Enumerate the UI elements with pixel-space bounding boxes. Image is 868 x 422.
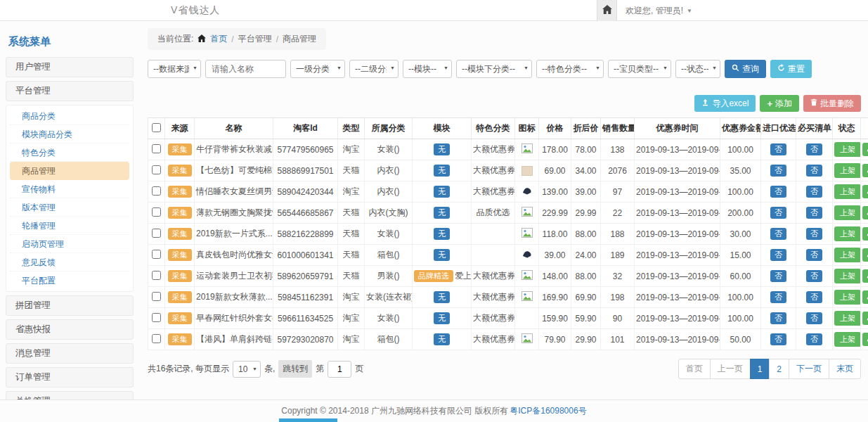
must-buy-badge[interactable]: 否 [806, 270, 822, 283]
row-checkbox[interactable] [152, 165, 161, 174]
edit-button[interactable] [862, 206, 868, 219]
sidebar-group[interactable]: 省惠快报 [6, 319, 134, 340]
must-buy-badge[interactable]: 否 [806, 228, 822, 241]
must-buy-badge[interactable]: 否 [806, 186, 822, 198]
row-checkbox[interactable] [152, 250, 161, 259]
jump-page-input[interactable] [328, 361, 351, 378]
sidebar-item[interactable]: 意见反馈 [10, 253, 129, 271]
row-checkbox[interactable] [152, 271, 161, 280]
sidebar-item[interactable]: 商品管理 [10, 162, 129, 180]
sidebar-group[interactable]: 拼团管理 [6, 295, 134, 316]
filter-level2-category[interactable]: --二级分类-- [349, 60, 399, 78]
import-select-badge[interactable]: 否 [770, 270, 786, 283]
edit-button[interactable] [862, 333, 868, 346]
row-checkbox[interactable] [152, 229, 161, 238]
status-button[interactable]: 上架 [834, 332, 861, 347]
edit-button[interactable] [862, 269, 868, 283]
row-checkbox[interactable] [152, 144, 161, 153]
sidebar-item[interactable]: 特色分类 [10, 143, 129, 162]
edit-button[interactable] [862, 164, 868, 177]
must-buy-badge[interactable]: 否 [806, 312, 822, 325]
column-header: 特色分类 [472, 118, 515, 139]
page-button-首页[interactable]: 首页 [678, 359, 711, 379]
batch-delete-button[interactable]: 批量删除 [803, 95, 861, 112]
status-button[interactable]: 上架 [834, 248, 861, 262]
row-checkbox[interactable] [152, 313, 161, 322]
edit-button[interactable] [862, 227, 868, 241]
breadcrumb-home-link[interactable]: 首页 [210, 33, 227, 45]
filter-status[interactable]: --状态-- [675, 60, 720, 78]
sidebar-item[interactable]: 平台配置 [10, 271, 129, 290]
row-checkbox[interactable] [152, 292, 161, 301]
page-button-下一页[interactable]: 下一页 [789, 359, 829, 379]
status-button[interactable]: 上架 [834, 269, 861, 283]
page-button-1[interactable]: 1 [750, 359, 770, 379]
page-button-上一页[interactable]: 上一页 [710, 359, 751, 379]
status-button[interactable]: 上架 [834, 290, 861, 305]
filter-data-source[interactable]: --数据来源-- [148, 60, 201, 78]
row-checkbox[interactable] [152, 186, 161, 196]
home-button[interactable] [597, 0, 617, 21]
must-buy-badge[interactable]: 否 [806, 333, 822, 346]
import-select-badge[interactable]: 否 [770, 143, 786, 156]
import-select-badge[interactable]: 否 [770, 186, 786, 198]
filter-module-subcategory[interactable]: --模块下分类-- [456, 60, 532, 78]
must-buy-badge[interactable]: 否 [806, 291, 822, 304]
sidebar-group[interactable]: 用户管理 [6, 57, 134, 77]
sidebar-group[interactable]: 订单管理 [6, 367, 134, 388]
filter-module[interactable]: --模块-- [403, 60, 452, 78]
search-button[interactable]: 查询 [725, 60, 766, 78]
sidebar-group[interactable]: 平台管理 [6, 81, 134, 101]
import-select-badge[interactable]: 否 [770, 207, 786, 219]
must-buy-badge[interactable]: 否 [806, 143, 822, 156]
must-buy-badge[interactable]: 否 [806, 207, 822, 219]
sidebar-item[interactable]: 启动页管理 [10, 235, 129, 253]
import-select-badge[interactable]: 否 [770, 228, 786, 241]
import-select-badge[interactable]: 否 [770, 249, 786, 262]
must-buy-badge[interactable]: 否 [806, 165, 822, 177]
add-button[interactable]: + 添加 [760, 95, 799, 112]
sidebar-item[interactable]: 版本管理 [10, 198, 129, 217]
sidebar-item[interactable]: 宣传物料 [10, 180, 129, 198]
filter-level1-category[interactable]: 一级分类 [290, 60, 345, 78]
breadcrumb-item: 商品管理 [283, 33, 316, 45]
sidebar-item[interactable]: 商品分类 [10, 107, 129, 125]
import-select-badge[interactable]: 否 [770, 291, 786, 304]
import-select-badge[interactable]: 否 [770, 333, 786, 346]
per-page-select[interactable]: 10 [233, 361, 261, 378]
import-select-badge[interactable]: 否 [770, 165, 786, 177]
edit-button[interactable] [862, 312, 868, 325]
edit-button[interactable] [862, 185, 868, 198]
filter-item-type[interactable]: --宝贝类型-- [608, 60, 671, 78]
edit-button[interactable] [862, 143, 868, 156]
column-header: 操作 [861, 118, 868, 139]
reset-button[interactable]: 重置 [770, 60, 812, 78]
status-button[interactable]: 上架 [834, 311, 861, 326]
feature-category: 大额优惠券 [472, 308, 515, 329]
edit-button[interactable] [862, 290, 868, 304]
row-checkbox[interactable] [152, 334, 161, 343]
status-button[interactable]: 上架 [834, 226, 861, 241]
sidebar-group[interactable]: 消息管理 [6, 343, 134, 364]
select-all-checkbox[interactable] [152, 123, 161, 132]
sidebar-item[interactable]: 轮播管理 [10, 217, 129, 235]
status-button[interactable]: 上架 [834, 184, 861, 199]
filter-feature-category[interactable]: --特色分类-- [536, 60, 604, 78]
row-checkbox[interactable] [152, 207, 161, 217]
status-button[interactable]: 上架 [834, 142, 861, 157]
must-buy-badge[interactable]: 否 [806, 249, 822, 262]
user-menu[interactable]: 欢迎您, 管理员! ▼ [626, 5, 692, 17]
jump-button[interactable]: 跳转到 [278, 360, 312, 378]
sidebar-item[interactable]: 模块商品分类 [10, 125, 129, 143]
status-button[interactable]: 上架 [834, 205, 861, 220]
discount-price: 69.90 [571, 287, 601, 308]
page-button-2[interactable]: 2 [769, 359, 789, 379]
import-excel-button[interactable]: 导入excel [694, 95, 756, 112]
page-button-末页[interactable]: 末页 [829, 359, 861, 379]
icp-link[interactable]: 粤ICP备16098006号 [510, 405, 586, 417]
import-select-badge[interactable]: 否 [770, 312, 786, 325]
status-button[interactable]: 上架 [834, 163, 861, 178]
edit-button[interactable] [862, 248, 868, 262]
column-header: 进口优选 [761, 118, 796, 139]
filter-name-input[interactable] [205, 60, 286, 78]
